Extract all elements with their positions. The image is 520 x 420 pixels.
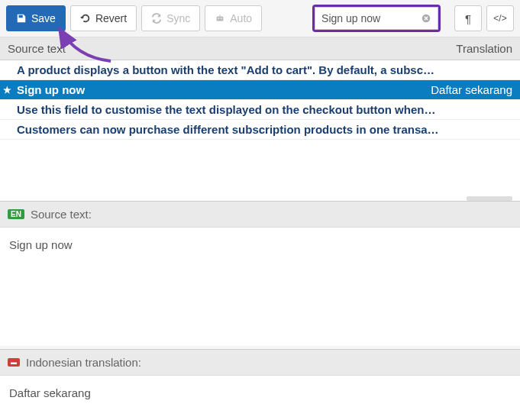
sync-icon (151, 13, 162, 24)
row-translation: Daftar sekarang (431, 83, 512, 96)
columns-header: Source text Translation (0, 37, 520, 60)
column-source-label: Source text (8, 42, 428, 55)
translation-text-value: Daftar sekarang (9, 386, 91, 399)
pilcrow-button[interactable]: ¶ (454, 5, 482, 31)
pilcrow-icon: ¶ (465, 12, 471, 25)
star-icon: ★ (3, 85, 11, 95)
sync-button[interactable]: Sync (141, 5, 200, 31)
sync-label: Sync (166, 12, 190, 24)
translation-pane-body[interactable]: Daftar sekarang (0, 376, 520, 410)
auto-button[interactable]: Auto (205, 5, 262, 31)
row-source: Sign up now (17, 83, 85, 96)
svg-point-1 (218, 18, 220, 19)
source-pane-body: Sign up now (0, 228, 520, 346)
blank-area (0, 140, 520, 201)
revert-button[interactable]: Revert (70, 5, 137, 31)
table-row[interactable]: Use this field to customise the text dis… (0, 100, 520, 120)
robot-icon (215, 13, 225, 24)
search-input[interactable] (315, 9, 415, 27)
code-view-button[interactable]: </> (486, 5, 514, 31)
translation-pane-label: Indonesian translation: (26, 356, 141, 369)
source-text-value: Sign up now (9, 238, 73, 251)
translation-pane-header: ▬ Indonesian translation: (0, 349, 520, 376)
save-label: Save (31, 12, 56, 24)
source-pane-label: Source text: (31, 208, 92, 221)
clear-search-icon[interactable] (415, 8, 438, 29)
lang-badge-id: ▬ (8, 358, 20, 367)
row-source: A product displays a button with the tex… (17, 63, 434, 76)
row-source: Customers can now purchase different sub… (17, 123, 439, 136)
rows-list: A product displays a button with the tex… (0, 60, 520, 140)
code-icon: </> (493, 13, 506, 24)
revert-label: Revert (95, 12, 127, 24)
save-button[interactable]: Save (6, 5, 66, 31)
svg-rect-0 (217, 16, 224, 21)
toolbar: Save Revert Sync Auto ¶ </> (0, 0, 520, 37)
search-highlight (312, 5, 441, 32)
row-source: Use this field to customise the text dis… (17, 103, 435, 116)
column-translation-label: Translation (428, 42, 512, 55)
auto-label: Auto (230, 12, 252, 24)
table-row[interactable]: Customers can now purchase different sub… (0, 120, 520, 140)
revert-icon (80, 13, 91, 24)
svg-point-2 (221, 18, 222, 19)
source-pane-header: EN Source text: (0, 201, 520, 228)
table-row[interactable]: A product displays a button with the tex… (0, 60, 520, 80)
table-row[interactable]: ★ Sign up now Daftar sekarang (0, 80, 520, 100)
save-icon (16, 13, 27, 24)
search-field-wrap (315, 7, 438, 30)
lang-badge-en: EN (8, 209, 24, 219)
